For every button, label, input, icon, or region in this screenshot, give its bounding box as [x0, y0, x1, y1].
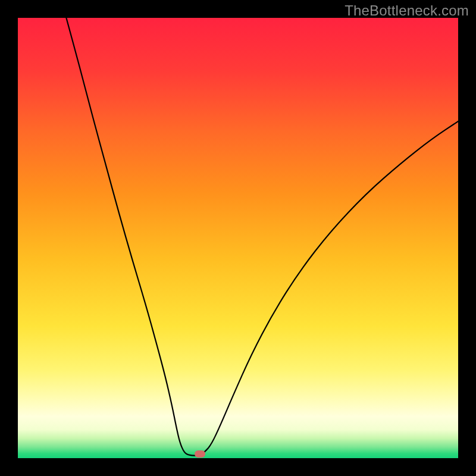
curve-layer — [18, 18, 458, 458]
bottleneck-curve — [66, 18, 458, 456]
watermark-text: TheBottleneck.com — [345, 2, 469, 19]
chart-frame: TheBottleneck.com — [0, 0, 476, 476]
optimum-marker — [195, 450, 205, 458]
plot-area — [18, 18, 458, 458]
